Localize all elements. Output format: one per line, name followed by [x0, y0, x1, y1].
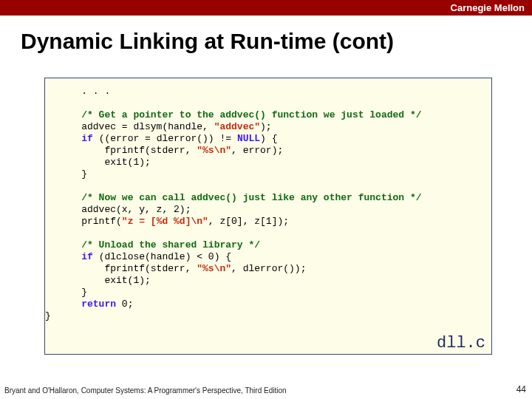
code-line: /* Get a pointer to the addvec() functio… — [58, 109, 422, 120]
page-number: 44 — [516, 384, 526, 395]
code-line: addvec(x, y, z, 2); — [58, 204, 191, 215]
code-line: . . . — [58, 86, 110, 97]
code-line: exit(1); — [58, 157, 151, 168]
code-line: exit(1); — [58, 275, 151, 286]
code-line: return 0; — [58, 299, 133, 310]
code-line: /* Now we can call addvec() just like an… — [58, 192, 422, 203]
banner-label: Carnegie Mellon — [451, 2, 525, 13]
code-line: } — [58, 168, 87, 180]
code-line: if (dlclose(handle) < 0) { — [58, 251, 231, 262]
file-label: dll.c — [437, 338, 485, 349]
code-line: } — [45, 310, 51, 321]
code-line: if ((error = dlerror()) != NULL) { — [58, 133, 278, 144]
code-line: } — [58, 287, 87, 298]
code-listing: . . . /* Get a pointer to the addvec() f… — [58, 86, 482, 322]
code-line: fprintf(stderr, "%s\n", dlerror()); — [58, 263, 306, 274]
banner: Carnegie Mellon — [0, 0, 532, 16]
code-line: addvec = dlsym(handle, "addvec"); — [58, 121, 272, 132]
code-line: /* Unload the shared library */ — [58, 239, 260, 250]
footer-credit: Bryant and O'Hallaron, Computer Systems:… — [4, 386, 287, 395]
code-line: printf("z = [%d %d]\n", z[0], z[1]); — [58, 216, 289, 227]
code-line: fprintf(stderr, "%s\n", error); — [58, 145, 283, 156]
slide-title: Dynamic Linking at Run-time (cont) — [0, 16, 532, 54]
code-box: . . . /* Get a pointer to the addvec() f… — [44, 78, 492, 355]
